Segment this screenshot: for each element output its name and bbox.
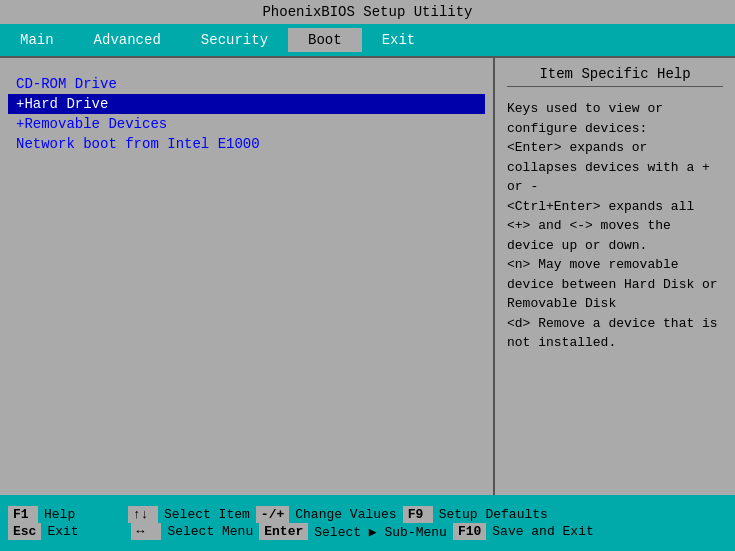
help-text: Keys used to view or configure devices:<… bbox=[507, 99, 723, 353]
footer-label-1: Select Menu bbox=[161, 523, 259, 540]
footer-key-F1: F1 bbox=[8, 506, 38, 523]
footer-label-2: Select ▶ Sub-Menu bbox=[308, 523, 453, 541]
help-title: Item Specific Help bbox=[507, 66, 723, 87]
menu-item-advanced[interactable]: Advanced bbox=[74, 28, 181, 52]
footer-row: F1Help↑↓Select Item-/+Change ValuesF9Set… bbox=[8, 506, 727, 523]
menu-item-exit[interactable]: Exit bbox=[362, 28, 436, 52]
menu-item-main[interactable]: Main bbox=[0, 28, 74, 52]
bios-app: PhoenixBIOS Setup Utility MainAdvancedSe… bbox=[0, 0, 735, 551]
footer-label-1: Select Item bbox=[158, 506, 256, 523]
footer-key-F9: F9 bbox=[403, 506, 433, 523]
boot-item-network[interactable]: Network boot from Intel E1000 bbox=[8, 134, 485, 154]
footer: F1Help↑↓Select Item-/+Change ValuesF9Set… bbox=[0, 495, 735, 551]
main-content: CD-ROM Drive+Hard Drive+Removable Device… bbox=[0, 56, 735, 495]
title-text: PhoenixBIOS Setup Utility bbox=[262, 4, 472, 20]
footer-key-: ↑↓ bbox=[128, 506, 158, 523]
footer-label-3: Save and Exit bbox=[486, 523, 599, 540]
footer-label-0: Exit bbox=[41, 523, 131, 540]
title-bar: PhoenixBIOS Setup Utility bbox=[0, 0, 735, 24]
menu-item-boot[interactable]: Boot bbox=[288, 28, 362, 52]
boot-item-hard_drive[interactable]: +Hard Drive bbox=[8, 94, 485, 114]
footer-key-Esc: Esc bbox=[8, 523, 41, 540]
footer-key-: ↔ bbox=[131, 523, 161, 540]
footer-label-0: Help bbox=[38, 506, 128, 523]
menu-item-security[interactable]: Security bbox=[181, 28, 288, 52]
footer-label-2: Change Values bbox=[289, 506, 402, 523]
footer-key-Enter: Enter bbox=[259, 523, 308, 540]
footer-key-F10: F10 bbox=[453, 523, 486, 540]
footer-key-: -/+ bbox=[256, 506, 289, 523]
footer-row: EscExit↔Select MenuEnterSelect ▶ Sub-Men… bbox=[8, 523, 727, 541]
menu-bar[interactable]: MainAdvancedSecurityBootExit bbox=[0, 24, 735, 56]
footer-label-3: Setup Defaults bbox=[433, 506, 554, 523]
boot-item-cdrom[interactable]: CD-ROM Drive bbox=[8, 74, 485, 94]
right-panel: Item Specific Help Keys used to view or … bbox=[495, 58, 735, 495]
left-panel: CD-ROM Drive+Hard Drive+Removable Device… bbox=[0, 58, 495, 495]
boot-item-removable[interactable]: +Removable Devices bbox=[8, 114, 485, 134]
